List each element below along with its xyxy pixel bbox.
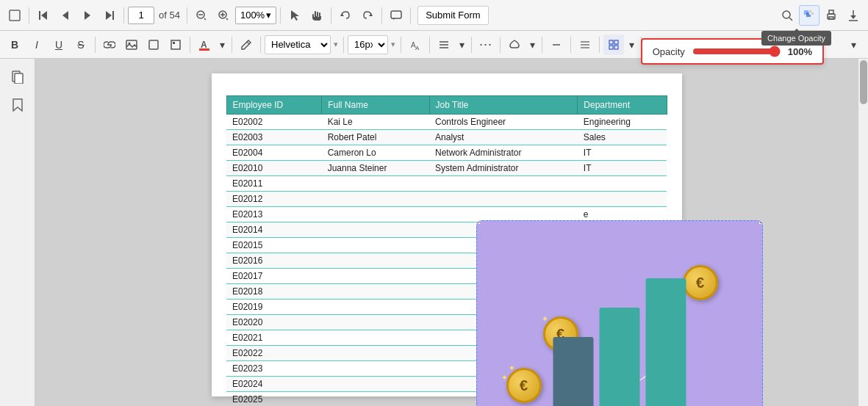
svg-rect-42 bbox=[199, 48, 209, 51]
sep-tb2-1 bbox=[95, 37, 96, 53]
col-header-full-name: Full Name bbox=[322, 96, 429, 115]
line-spacing-button[interactable] bbox=[575, 35, 595, 55]
svg-marker-14 bbox=[291, 10, 299, 21]
svg-rect-21 bbox=[391, 11, 401, 18]
pen-button[interactable] bbox=[236, 35, 257, 55]
font-size-up-button[interactable]: AA bbox=[405, 35, 426, 55]
svg-marker-33 bbox=[850, 15, 856, 19]
left-panel-pages-button[interactable] bbox=[7, 66, 29, 88]
svg-marker-6 bbox=[106, 11, 112, 20]
scrollbar-thumb[interactable] bbox=[860, 60, 867, 104]
svg-point-22 bbox=[783, 11, 790, 18]
coin-1: € bbox=[683, 265, 718, 300]
link-button[interactable] bbox=[99, 35, 120, 55]
fill-color-button[interactable] bbox=[504, 35, 525, 55]
print-button[interactable] bbox=[821, 5, 842, 26]
font-size-select[interactable]: 16px bbox=[348, 35, 388, 54]
sep-tb2-8 bbox=[471, 37, 472, 53]
comment-button[interactable] bbox=[386, 5, 406, 26]
svg-rect-53 bbox=[609, 40, 613, 44]
text-color-button[interactable]: A bbox=[194, 35, 215, 55]
overlay-illustration[interactable]: € €✦ €✦✦ bbox=[476, 220, 763, 406]
page-number-input[interactable] bbox=[128, 7, 154, 24]
hand-tool-button[interactable] bbox=[306, 5, 327, 26]
svg-marker-2 bbox=[41, 11, 47, 20]
prev-page-button[interactable] bbox=[55, 5, 76, 26]
change-opacity-button[interactable] bbox=[799, 5, 819, 26]
zoom-out-button[interactable] bbox=[191, 5, 212, 26]
sep-4 bbox=[280, 7, 281, 23]
image-insert-button[interactable] bbox=[121, 35, 142, 55]
sep-tb2-4 bbox=[260, 37, 261, 53]
underline-button[interactable]: U bbox=[49, 35, 69, 55]
col-header-employee-id: Employee ID bbox=[226, 96, 322, 115]
change-opacity-tooltip: Change Opacity bbox=[761, 31, 831, 46]
doc-area: Employee ID Full Name Job Title Departme… bbox=[35, 59, 858, 406]
col-header-department: Department bbox=[578, 96, 667, 115]
right-scrollbar[interactable] bbox=[858, 59, 868, 406]
font-family-select[interactable]: Helvetica bbox=[265, 35, 331, 54]
svg-rect-0 bbox=[10, 10, 20, 21]
svg-rect-16 bbox=[317, 12, 318, 17]
grid-dropdown-button[interactable]: ▾ bbox=[625, 35, 637, 55]
bold-button[interactable]: B bbox=[4, 35, 25, 55]
svg-rect-56 bbox=[614, 46, 618, 49]
svg-rect-55 bbox=[609, 46, 613, 49]
undo-button[interactable] bbox=[335, 5, 356, 26]
shape-button[interactable] bbox=[165, 35, 186, 55]
fill-dropdown-button[interactable]: ▾ bbox=[526, 35, 538, 55]
sep-3 bbox=[187, 7, 187, 23]
zoom-in-button[interactable] bbox=[213, 5, 234, 26]
table-row: E02003Robert PatelAnalystSales bbox=[226, 130, 667, 145]
bar-1 bbox=[553, 337, 593, 406]
sep-2 bbox=[123, 7, 124, 23]
redo-button[interactable] bbox=[357, 5, 378, 26]
coin-3: €✦✦ bbox=[506, 368, 542, 403]
svg-marker-4 bbox=[85, 11, 90, 20]
sep-tb2-11 bbox=[570, 37, 571, 53]
search-button[interactable] bbox=[777, 5, 797, 26]
expand-toolbar-button[interactable]: ▾ bbox=[843, 35, 864, 55]
sep-tb2-7 bbox=[429, 37, 430, 53]
strikethrough-button[interactable]: S bbox=[71, 35, 91, 55]
color-dropdown-button[interactable]: ▾ bbox=[216, 35, 228, 55]
svg-rect-26 bbox=[809, 10, 811, 12]
home-button[interactable] bbox=[4, 5, 25, 26]
main-area: Employee ID Full Name Job Title Departme… bbox=[0, 59, 868, 406]
sep-tb2-12 bbox=[599, 37, 600, 53]
align-dropdown-button[interactable]: ▾ bbox=[456, 35, 467, 55]
sep-tb2-10 bbox=[542, 37, 542, 53]
sep-tb2-9 bbox=[500, 37, 501, 53]
opacity-slider[interactable] bbox=[692, 46, 781, 57]
last-page-button[interactable] bbox=[99, 5, 120, 26]
svg-rect-39 bbox=[171, 40, 180, 49]
border-button[interactable] bbox=[546, 35, 567, 55]
sep-6 bbox=[381, 7, 382, 23]
svg-rect-15 bbox=[315, 11, 316, 17]
financial-illustration: € €✦ €✦✦ bbox=[477, 221, 762, 406]
svg-rect-29 bbox=[811, 12, 814, 15]
col-header-job-title: Job Title bbox=[429, 96, 578, 115]
first-page-button[interactable] bbox=[33, 5, 54, 26]
svg-rect-27 bbox=[811, 10, 814, 12]
toolbar-top: of 54 100% ▾ Submit Form bbox=[0, 0, 868, 31]
submit-form-button[interactable]: Submit Form bbox=[417, 6, 488, 25]
italic-button[interactable]: I bbox=[26, 35, 47, 55]
next-page-button[interactable] bbox=[77, 5, 98, 26]
table-row: E02002Kai LeControls EngineerEngineering bbox=[226, 115, 667, 130]
checkbox-button[interactable] bbox=[143, 35, 164, 55]
svg-rect-62 bbox=[15, 73, 23, 84]
bar-2 bbox=[599, 308, 639, 406]
align-button[interactable] bbox=[434, 35, 454, 55]
left-panel-bookmarks-button[interactable] bbox=[7, 94, 29, 116]
download-button[interactable] bbox=[843, 5, 864, 26]
grid-button[interactable] bbox=[603, 35, 624, 55]
svg-rect-28 bbox=[809, 12, 811, 15]
zoom-select[interactable]: 100% ▾ bbox=[235, 7, 276, 24]
more-options-button[interactable]: ··· bbox=[476, 35, 496, 55]
page-total: of 54 bbox=[159, 10, 180, 21]
svg-rect-40 bbox=[173, 42, 175, 44]
cursor-tool-button[interactable] bbox=[284, 5, 305, 26]
svg-text:A: A bbox=[415, 45, 420, 50]
table-row: E02010Juanna SteinerSystem Administrator… bbox=[226, 161, 667, 176]
